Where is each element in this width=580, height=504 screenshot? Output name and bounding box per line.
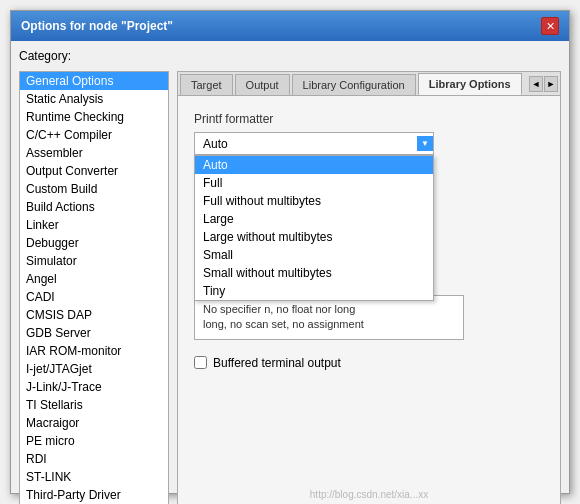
sidebar-item-gdb-server[interactable]: GDB Server (20, 324, 168, 342)
options-dialog: Options for node "Project" ✕ Category: G… (10, 10, 570, 494)
tab-library-configuration[interactable]: Library Configuration (292, 74, 416, 95)
sidebar-item-st-link[interactable]: ST-LINK (20, 468, 168, 486)
dropdown-item-small[interactable]: Small (195, 246, 433, 264)
sidebar-item-custom-build[interactable]: Custom Build (20, 180, 168, 198)
sidebar-item-output-converter[interactable]: Output Converter (20, 162, 168, 180)
buffered-terminal-row: Buffered terminal output (194, 356, 544, 370)
title-bar: Options for node "Project" ✕ (11, 11, 569, 41)
sidebar-item-macraigor[interactable]: Macraigor (20, 414, 168, 432)
dropdown-item-tiny[interactable]: Tiny (195, 282, 433, 300)
dropdown-item-full-without-multibytes[interactable]: Full without multibytes (195, 192, 433, 210)
printf-formatter-label: Printf formatter (194, 112, 544, 126)
sidebar-item-cadi[interactable]: CADI (20, 288, 168, 306)
tab-nav: ◄ ► (529, 76, 560, 92)
info-box: No specifier n, no float nor long long, … (194, 295, 464, 340)
dropdown-arrow-icon: ▼ (417, 136, 433, 151)
sidebar-item-third-party-driver[interactable]: Third-Party Driver (20, 486, 168, 504)
tab-target[interactable]: Target (180, 74, 233, 95)
sidebar-item-cpp-compiler[interactable]: C/C++ Compiler (20, 126, 168, 144)
buffered-terminal-checkbox[interactable] (194, 356, 207, 369)
dropdown-item-large-without-multibytes[interactable]: Large without multibytes (195, 228, 433, 246)
main-panel: Target Output Library Configuration Libr… (177, 71, 561, 504)
dialog-body: Category: General Options Static Analysi… (11, 41, 569, 504)
sidebar-item-general-options[interactable]: General Options (20, 72, 168, 90)
sidebar-item-ti-stellaris[interactable]: TI Stellaris (20, 396, 168, 414)
sidebar-item-runtime-checking[interactable]: Runtime Checking (20, 108, 168, 126)
sidebar-item-cmsis-dap[interactable]: CMSIS DAP (20, 306, 168, 324)
watermark: http://blog.csdn.net/xia...xx (178, 489, 560, 500)
sidebar-item-linker[interactable]: Linker (20, 216, 168, 234)
info-text-line1: No specifier n, no float nor long (203, 303, 355, 315)
tab-library-options[interactable]: Library Options (418, 73, 522, 95)
sidebar-item-static-analysis[interactable]: Static Analysis (20, 90, 168, 108)
category-label: Category: (19, 49, 561, 63)
dialog-title: Options for node "Project" (21, 19, 173, 33)
panel-content: Printf formatter Auto ▼ Auto Full Full w… (178, 96, 560, 504)
info-text-line2: long, no scan set, no assignment (203, 318, 364, 330)
dropdown-item-large[interactable]: Large (195, 210, 433, 228)
printf-formatter-dropdown[interactable]: Auto ▼ (194, 132, 434, 155)
dropdown-item-small-without-multibytes[interactable]: Small without multibytes (195, 264, 433, 282)
sidebar-item-ijet-jtagjet[interactable]: I-jet/JTAGjet (20, 360, 168, 378)
dropdown-selected-value: Auto (203, 137, 228, 151)
sidebar-item-rdi[interactable]: RDI (20, 450, 168, 468)
tab-output[interactable]: Output (235, 74, 290, 95)
dropdown-list: Auto Full Full without multibytes Large … (194, 155, 434, 301)
sidebar-item-build-actions[interactable]: Build Actions (20, 198, 168, 216)
close-button[interactable]: ✕ (541, 17, 559, 35)
sidebar-item-angel[interactable]: Angel (20, 270, 168, 288)
tab-next-button[interactable]: ► (544, 76, 558, 92)
sidebar-item-debugger[interactable]: Debugger (20, 234, 168, 252)
buffered-terminal-label: Buffered terminal output (213, 356, 341, 370)
tabs-bar: Target Output Library Configuration Libr… (178, 72, 560, 96)
printf-formatter-dropdown-container: Auto ▼ Auto Full Full without multibytes… (194, 132, 434, 155)
sidebar-item-pe-micro[interactable]: PE micro (20, 432, 168, 450)
sidebar-item-assembler[interactable]: Assembler (20, 144, 168, 162)
content-area: General Options Static Analysis Runtime … (19, 71, 561, 504)
sidebar-item-simulator[interactable]: Simulator (20, 252, 168, 270)
dropdown-item-full[interactable]: Full (195, 174, 433, 192)
sidebar: General Options Static Analysis Runtime … (19, 71, 169, 504)
sidebar-item-iar-rom-monitor[interactable]: IAR ROM-monitor (20, 342, 168, 360)
sidebar-item-jlink-jtrace[interactable]: J-Link/J-Trace (20, 378, 168, 396)
tab-prev-button[interactable]: ◄ (529, 76, 543, 92)
dropdown-item-auto[interactable]: Auto (195, 156, 433, 174)
